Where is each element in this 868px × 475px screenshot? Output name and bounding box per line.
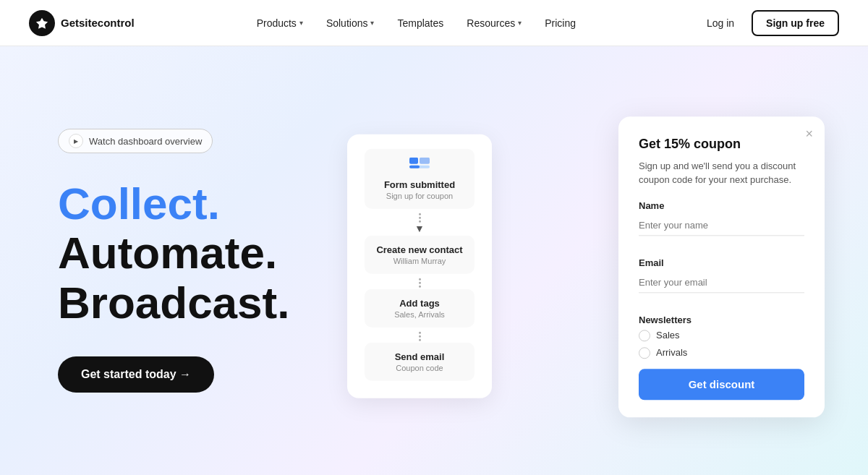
- checkbox-icon: [639, 347, 650, 359]
- workflow-step-1: Form submitted Sign up for coupon: [365, 148, 475, 208]
- newsletters-group: Newsletters Sales Arrivals: [639, 314, 804, 359]
- step1-sub: Sign up for coupon: [375, 191, 464, 200]
- brand-icon: [29, 10, 55, 36]
- nav-solutions[interactable]: Solutions ▾: [318, 13, 383, 33]
- nav-actions: Log in Sign up free: [698, 10, 839, 36]
- email-input[interactable]: [639, 273, 804, 293]
- step4-sub: Coupon code: [375, 363, 464, 372]
- nav-links: Products ▾ Solutions ▾ Templates Resourc…: [248, 13, 584, 33]
- step2-title: Create new contact: [375, 244, 464, 254]
- hero-section: ▶ Watch dashboard overview Collect. Auto…: [0, 46, 868, 475]
- arrow-down-icon: ▼: [414, 222, 425, 234]
- signup-button[interactable]: Sign up free: [752, 10, 839, 36]
- nav-pricing[interactable]: Pricing: [536, 13, 584, 33]
- name-input[interactable]: [639, 215, 804, 236]
- name-label: Name: [639, 200, 804, 211]
- form-icon: [375, 157, 464, 174]
- heading-automate: Automate.: [58, 228, 289, 278]
- workflow-step-4: Send email Coupon code: [365, 342, 475, 380]
- get-discount-button[interactable]: Get discount: [639, 369, 804, 400]
- get-started-button[interactable]: Get started today →: [58, 356, 214, 393]
- svg-rect-1: [420, 157, 430, 163]
- step2-sub: William Murray: [375, 256, 464, 265]
- name-field-group: Name: [639, 200, 804, 247]
- coupon-description: Sign up and we'll send you a discount co…: [639, 159, 804, 187]
- hero-heading: Collect. Automate. Broadcast.: [58, 179, 289, 328]
- workflow-step-2: Create new contact William Murray: [365, 235, 475, 273]
- step1-title: Form submitted: [375, 179, 464, 189]
- email-label: Email: [639, 257, 804, 268]
- nav-resources[interactable]: Resources ▾: [458, 13, 530, 33]
- newsletters-label: Newsletters: [639, 314, 804, 325]
- nav-templates[interactable]: Templates: [388, 13, 452, 33]
- checkbox-sales[interactable]: Sales: [639, 330, 804, 341]
- step3-title: Add tags: [375, 297, 464, 308]
- workflow-arrow-1: ▼: [365, 211, 475, 235]
- coupon-card: × Get 15% coupon Sign up and we'll send …: [618, 116, 825, 417]
- heading-broadcast: Broadcast.: [58, 278, 289, 328]
- play-icon: ▶: [69, 134, 83, 148]
- brand-name: Getsitecontrol: [61, 17, 135, 29]
- watch-overview-button[interactable]: ▶ Watch dashboard overview: [58, 129, 213, 153]
- hero-content: ▶ Watch dashboard overview Collect. Auto…: [0, 85, 333, 436]
- brand-logo[interactable]: Getsitecontrol: [29, 10, 135, 36]
- workflow-panel: Form submitted Sign up for coupon ▼ Crea…: [347, 134, 492, 398]
- step4-title: Send email: [375, 351, 464, 361]
- chevron-down-icon: ▾: [299, 19, 303, 27]
- close-icon[interactable]: ×: [805, 127, 813, 142]
- coupon-title: Get 15% coupon: [639, 137, 804, 152]
- svg-rect-3: [409, 165, 420, 168]
- workflow-arrow-3: [365, 330, 475, 342]
- navbar: Getsitecontrol Products ▾ Solutions ▾ Te…: [0, 0, 868, 46]
- svg-rect-0: [409, 157, 418, 163]
- heading-collect: Collect.: [58, 179, 289, 228]
- workflow-step-3: Add tags Sales, Arrivals: [365, 288, 475, 327]
- email-field-group: Email: [639, 257, 804, 304]
- workflow-arrow-2: [365, 276, 475, 288]
- login-button[interactable]: Log in: [698, 13, 743, 33]
- nav-products[interactable]: Products ▾: [248, 13, 312, 33]
- chevron-down-icon: ▾: [370, 19, 374, 27]
- checkbox-icon: [639, 330, 650, 341]
- step3-sub: Sales, Arrivals: [375, 309, 464, 318]
- chevron-down-icon: ▾: [518, 19, 522, 27]
- checkbox-arrivals[interactable]: Arrivals: [639, 347, 804, 359]
